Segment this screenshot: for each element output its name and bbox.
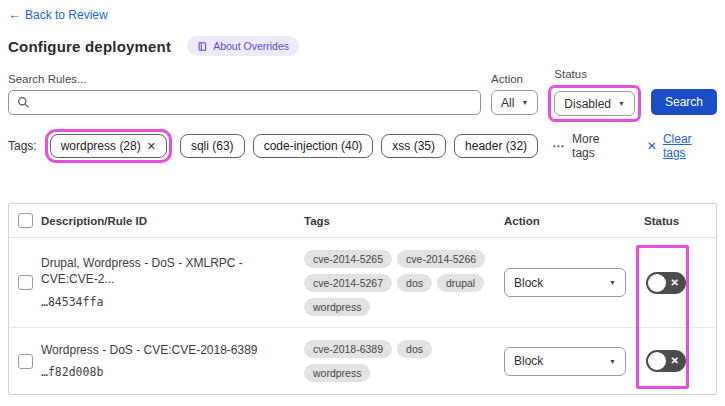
chevron-down-icon: ▼ bbox=[521, 99, 528, 106]
rule-tag-pill: dos bbox=[397, 274, 432, 292]
rule-id: …f82d008b bbox=[41, 365, 290, 379]
back-link-label: Back to Review bbox=[25, 8, 108, 22]
about-overrides-badge[interactable]: About Overrides bbox=[187, 36, 299, 56]
about-overrides-label: About Overrides bbox=[213, 40, 289, 52]
rule-tag-pill: dos bbox=[397, 340, 432, 358]
status-filter-label: Status bbox=[554, 68, 641, 80]
status-filter-group: Status Disabled ▼ bbox=[548, 68, 641, 115]
header-cell-tags: Tags bbox=[304, 215, 504, 227]
header-cell-checkbox bbox=[9, 213, 41, 228]
row-cell-checkbox bbox=[9, 354, 41, 369]
toggle-knob bbox=[648, 274, 666, 292]
table-header-row: Description/Rule ID Tags Action Status bbox=[9, 204, 716, 238]
rule-tag-pill: wordpress bbox=[304, 364, 370, 382]
clear-tags-link[interactable]: ✕ Clear tags bbox=[647, 132, 717, 160]
rule-status-toggle-off[interactable]: ✕ bbox=[646, 350, 686, 372]
row-cell-status: ✕ bbox=[644, 272, 716, 294]
row-cell-status: ✕ bbox=[644, 350, 716, 372]
rule-action-dropdown[interactable]: Block ▼ bbox=[504, 347, 626, 376]
action-filter-group: Action All ▼ bbox=[491, 73, 538, 115]
search-button[interactable]: Search bbox=[651, 89, 717, 115]
status-filter-dropdown[interactable]: Disabled ▼ bbox=[554, 91, 635, 116]
tag-chip-header[interactable]: header (32) bbox=[454, 134, 538, 158]
rule-action-value: Block bbox=[514, 276, 543, 290]
row-cell-checkbox bbox=[9, 275, 41, 290]
toggle-knob bbox=[648, 352, 666, 370]
more-tags-label: More tags bbox=[572, 132, 625, 160]
row-cell-description: Wordpress - DoS - CVE:CVE-2018-6389 …f82… bbox=[41, 333, 304, 390]
ellipsis-icon: ⋯ bbox=[552, 139, 565, 153]
rule-tag-pill: cve-2014-5266 bbox=[397, 250, 485, 268]
tag-chip-xss[interactable]: xss (35) bbox=[381, 134, 446, 158]
rule-tag-pill: drupal bbox=[437, 274, 484, 292]
clear-icon: ✕ bbox=[647, 139, 657, 153]
rule-tag-pill: wordpress bbox=[304, 298, 370, 316]
tags-bar: Tags: wordpress (28) ✕ sqli (63) code-in… bbox=[8, 129, 717, 163]
tag-chip-label: wordpress (28) bbox=[61, 139, 141, 153]
rule-tag-pill: cve-2014-5265 bbox=[304, 250, 392, 268]
action-filter-value: All bbox=[501, 96, 514, 110]
book-icon bbox=[197, 41, 208, 52]
tag-chip-wordpress-selected[interactable]: wordpress (28) ✕ bbox=[50, 134, 167, 158]
search-rules-input-box[interactable] bbox=[8, 90, 481, 115]
selected-tag-highlight: wordpress (28) ✕ bbox=[45, 129, 172, 163]
rule-id: …84534ffa bbox=[41, 295, 290, 309]
header-cell-action: Action bbox=[504, 215, 644, 227]
rule-description: Drupal, Wordpress - DoS - XMLRPC - CVE:C… bbox=[41, 256, 290, 287]
page-title: Configure deployment bbox=[8, 38, 171, 55]
tag-chip-code-injection[interactable]: code-injection (40) bbox=[253, 134, 374, 158]
row-cell-action: Block ▼ bbox=[504, 268, 644, 297]
back-arrow-icon: ← bbox=[8, 8, 21, 21]
configure-deployment-page: ← Back to Review Configure deployment Ab… bbox=[0, 0, 725, 395]
tag-chip-label: code-injection (40) bbox=[264, 139, 363, 153]
title-row: Configure deployment About Overrides bbox=[8, 36, 717, 56]
rule-tag-pill: cve-2014-5267 bbox=[304, 274, 392, 292]
search-rules-input[interactable] bbox=[36, 96, 472, 110]
toggle-x-icon: ✕ bbox=[671, 356, 679, 366]
header-cell-status: Status bbox=[644, 215, 716, 227]
row-cell-tags: cve-2018-6389 dos wordpress bbox=[304, 332, 504, 390]
tags-label: Tags: bbox=[8, 139, 37, 153]
row-checkbox[interactable] bbox=[18, 354, 33, 369]
status-filter-highlight: Disabled ▼ bbox=[548, 85, 641, 122]
tag-chip-label: header (32) bbox=[465, 139, 527, 153]
tag-chip-label: xss (35) bbox=[392, 139, 435, 153]
filter-row: Search Rules... Action All ▼ Status Disa… bbox=[8, 68, 717, 115]
status-filter-value: Disabled bbox=[564, 97, 611, 111]
table-row: Drupal, Wordpress - DoS - XMLRPC - CVE:C… bbox=[9, 238, 716, 328]
rule-tag-pill: cve-2018-6389 bbox=[304, 340, 392, 358]
tag-chip-sqli[interactable]: sqli (63) bbox=[180, 134, 245, 158]
rule-action-dropdown[interactable]: Block ▼ bbox=[504, 268, 626, 297]
chevron-down-icon: ▼ bbox=[609, 358, 616, 365]
search-rules-field-group: Search Rules... bbox=[8, 73, 481, 115]
remove-tag-icon[interactable]: ✕ bbox=[147, 140, 156, 153]
select-all-checkbox[interactable] bbox=[18, 213, 33, 228]
action-filter-label: Action bbox=[491, 73, 538, 85]
more-tags-button[interactable]: ⋯ More tags bbox=[552, 132, 625, 160]
row-cell-description: Drupal, Wordpress - DoS - XMLRPC - CVE:C… bbox=[41, 246, 304, 318]
toggle-x-icon: ✕ bbox=[671, 278, 679, 288]
chevron-down-icon: ▼ bbox=[609, 279, 616, 286]
header-cell-description: Description/Rule ID bbox=[41, 215, 304, 227]
chevron-down-icon: ▼ bbox=[618, 100, 625, 107]
search-icon bbox=[17, 96, 30, 109]
row-checkbox[interactable] bbox=[18, 275, 33, 290]
rule-description: Wordpress - DoS - CVE:CVE-2018-6389 bbox=[41, 343, 290, 359]
search-rules-label: Search Rules... bbox=[8, 73, 481, 85]
row-cell-action: Block ▼ bbox=[504, 347, 644, 376]
back-to-review-link[interactable]: ← Back to Review bbox=[8, 8, 108, 22]
row-cell-tags: cve-2014-5265 cve-2014-5266 cve-2014-526… bbox=[304, 242, 504, 324]
table-row: Wordpress - DoS - CVE:CVE-2018-6389 …f82… bbox=[9, 328, 716, 394]
tag-chip-label: sqli (63) bbox=[191, 139, 234, 153]
rules-table: Description/Rule ID Tags Action Status D… bbox=[8, 203, 717, 395]
action-filter-dropdown[interactable]: All ▼ bbox=[491, 90, 538, 115]
rule-action-value: Block bbox=[514, 354, 543, 368]
clear-tags-label: Clear tags bbox=[663, 132, 717, 160]
rule-status-toggle-off[interactable]: ✕ bbox=[646, 272, 686, 294]
